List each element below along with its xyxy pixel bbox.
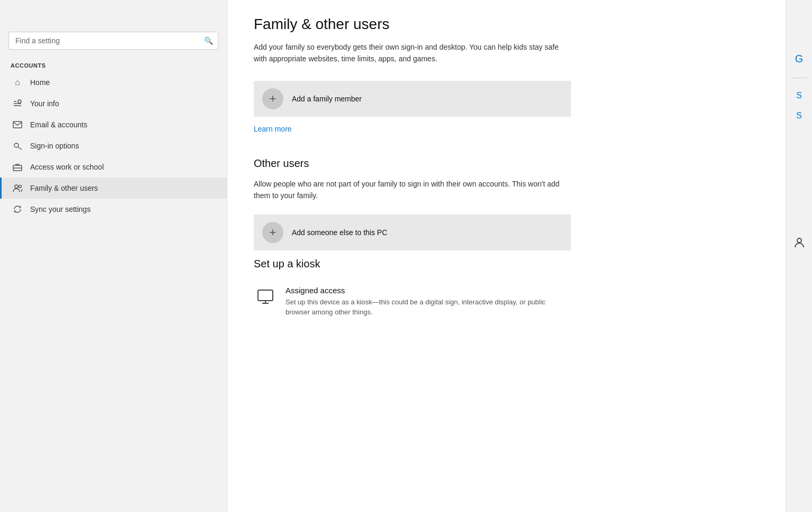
rail-item-s1[interactable]: S — [796, 91, 802, 100]
svg-point-14 — [797, 238, 801, 243]
home-icon: ⌂ — [12, 77, 23, 88]
sidebar-item-home-label: Home — [30, 78, 50, 87]
sidebar-item-email-accounts[interactable]: Email & accounts — [0, 114, 227, 135]
sidebar-item-home[interactable]: ⌂ Home — [0, 72, 227, 93]
sidebar-item-access-work[interactable]: Access work or school — [0, 156, 227, 178]
svg-rect-11 — [258, 290, 273, 301]
search-icon: 🔍 — [204, 36, 213, 45]
key-icon — [12, 141, 23, 151]
sidebar-item-sync[interactable]: Sync your settings — [0, 199, 227, 220]
rail-person-item[interactable] — [793, 237, 805, 251]
sync-icon — [12, 204, 23, 215]
sidebar-item-your-info-label: Your info — [30, 99, 59, 108]
kiosk-text-block: Assigned access Set up this device as a … — [285, 286, 550, 318]
sidebar-item-sync-label: Sync your settings — [30, 205, 90, 213]
sidebar-item-access-work-label: Access work or school — [30, 163, 104, 171]
sidebar-item-family-label: Family & other users — [30, 184, 98, 192]
main-content: Family & other users Add your family so … — [227, 0, 786, 512]
rail-person-area — [793, 237, 805, 251]
page-title: Family & other users — [254, 16, 759, 33]
kiosk-heading: Set up a kiosk — [254, 258, 759, 270]
add-family-member-button[interactable]: + Add a family member — [254, 81, 571, 117]
sidebar-item-sign-in-label: Sign-in options — [30, 142, 79, 150]
other-users-description: Allow people who are not part of your fa… — [254, 178, 571, 202]
accounts-section-label: Accounts — [0, 58, 227, 72]
briefcase-icon — [12, 162, 23, 172]
kiosk-assigned-access-item[interactable]: Assigned access Set up this device as a … — [254, 281, 759, 323]
sidebar-header — [0, 0, 227, 26]
sidebar-item-email-label: Email & accounts — [30, 120, 87, 129]
svg-point-10 — [19, 185, 22, 188]
search-input[interactable] — [8, 32, 218, 50]
sidebar-item-family-users[interactable]: Family & other users — [0, 178, 227, 199]
kiosk-monitor-icon — [254, 286, 277, 309]
right-rail: G S S — [786, 0, 812, 512]
svg-point-5 — [14, 143, 19, 147]
sidebar-item-sign-in[interactable]: Sign-in options — [0, 135, 227, 156]
rail-person-icon — [793, 237, 805, 251]
page-description: Add your family so everybody gets their … — [254, 41, 571, 65]
sidebar: 🔍 Accounts ⌂ Home Your info Email & acco… — [0, 0, 227, 512]
rail-divider-1 — [791, 78, 807, 78]
add-family-plus-icon: + — [262, 88, 283, 109]
add-family-label: Add a family member — [292, 95, 362, 103]
rail-item-s2[interactable]: S — [796, 111, 802, 120]
learn-more-link[interactable]: Learn more — [254, 125, 292, 133]
email-icon — [12, 119, 23, 130]
add-someone-label: Add someone else to this PC — [292, 228, 387, 237]
sidebar-item-your-info[interactable]: Your info — [0, 93, 227, 114]
add-someone-button[interactable]: + Add someone else to this PC — [254, 215, 571, 250]
group-icon — [12, 183, 23, 193]
svg-point-9 — [15, 185, 18, 188]
svg-rect-4 — [13, 122, 22, 128]
kiosk-item-title: Assigned access — [285, 286, 550, 295]
kiosk-item-desc: Set up this device as a kiosk—this could… — [285, 297, 550, 318]
svg-point-3 — [18, 100, 21, 103]
rail-s2-icon: S — [796, 111, 802, 120]
kiosk-section: Set up a kiosk Assigned access Set up th… — [254, 258, 759, 323]
rail-item-g[interactable]: G — [795, 53, 804, 65]
other-users-heading: Other users — [254, 157, 759, 170]
person-icon — [12, 98, 23, 109]
svg-line-6 — [18, 147, 22, 150]
rail-g-icon: G — [795, 53, 804, 65]
search-box-container: 🔍 — [8, 32, 218, 50]
rail-s1-icon: S — [796, 91, 802, 100]
add-someone-plus-icon: + — [262, 222, 283, 243]
